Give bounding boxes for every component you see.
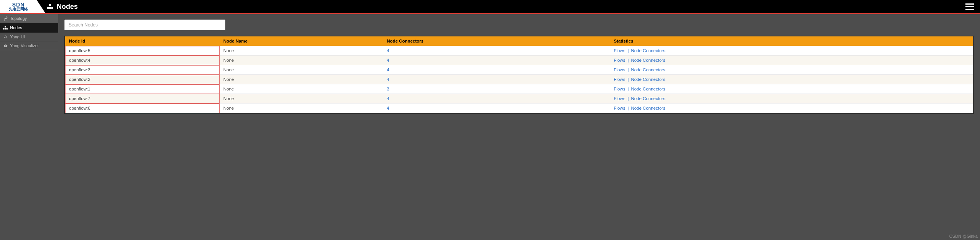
nodes-table-wrap: Node Id Node Name Node Connectors Statis… (64, 36, 974, 114)
sitemap-icon (47, 4, 54, 9)
flows-link[interactable]: Flows (614, 96, 625, 101)
cell-node-name: None (220, 84, 383, 94)
table-row: openflow:7None4Flows|Node Connectors (65, 94, 973, 104)
sitemap-icon (3, 25, 8, 30)
separator: | (627, 58, 629, 62)
connectors-link[interactable]: 4 (387, 48, 389, 53)
connectors-link[interactable]: 4 (387, 96, 389, 101)
cell-node-id: openflow:3 (65, 65, 220, 75)
cell-statistics: Flows|Node Connectors (610, 46, 973, 56)
cell-node-connectors: 3 (383, 84, 610, 94)
col-header-node-connectors[interactable]: Node Connectors (383, 36, 610, 46)
nodes-table: Node Id Node Name Node Connectors Statis… (65, 36, 973, 113)
node-connectors-link[interactable]: Node Connectors (631, 77, 665, 82)
logo-top-text: SDN (12, 2, 25, 7)
separator: | (627, 77, 629, 82)
connectors-link[interactable]: 3 (387, 87, 389, 91)
cell-node-id: openflow:2 (65, 75, 220, 84)
cell-node-connectors: 4 (383, 46, 610, 56)
search-wrap (64, 20, 974, 30)
cell-node-connectors: 4 (383, 56, 610, 65)
col-header-node-id[interactable]: Node Id (65, 36, 220, 46)
connectors-link[interactable]: 4 (387, 77, 389, 82)
search-input[interactable] (64, 20, 225, 30)
cell-node-name: None (220, 56, 383, 65)
cell-node-id: openflow:1 (65, 84, 220, 94)
cell-statistics: Flows|Node Connectors (610, 75, 973, 84)
separator: | (627, 67, 629, 72)
flows-link[interactable]: Flows (614, 77, 625, 82)
cell-node-connectors: 4 (383, 104, 610, 113)
connectors-link[interactable]: 4 (387, 67, 389, 72)
table-row: openflow:4None4Flows|Node Connectors (65, 56, 973, 65)
sidebar-item-label: Topology (10, 16, 27, 21)
cell-node-name: None (220, 65, 383, 75)
cell-node-name: None (220, 46, 383, 56)
cell-node-name: None (220, 75, 383, 84)
cell-statistics: Flows|Node Connectors (610, 104, 973, 113)
node-connectors-link[interactable]: Node Connectors (631, 67, 665, 72)
cell-node-name: None (220, 104, 383, 113)
cell-statistics: Flows|Node Connectors (610, 94, 973, 104)
logo-divider (37, 0, 45, 13)
connectors-link[interactable]: 4 (387, 106, 389, 110)
cell-node-id: openflow:7 (65, 94, 220, 104)
cell-node-id: openflow:6 (65, 104, 220, 113)
cell-node-connectors: 4 (383, 75, 610, 84)
main-content: Node Id Node Name Node Connectors Statis… (58, 14, 980, 240)
col-header-node-name[interactable]: Node Name (220, 36, 383, 46)
cell-node-id: openflow:5 (65, 46, 220, 56)
cell-statistics: Flows|Node Connectors (610, 84, 973, 94)
sidebar-item-label: Yang Visualizer (10, 43, 39, 48)
table-row: openflow:5None4Flows|Node Connectors (65, 46, 973, 56)
brand-logo[interactable]: SDN 先电云网络 (0, 0, 37, 13)
flows-link[interactable]: Flows (614, 58, 625, 62)
logo-bottom-text: 先电云网络 (9, 7, 28, 11)
sidebar-item-nodes[interactable]: Nodes (0, 23, 58, 33)
cell-statistics: Flows|Node Connectors (610, 56, 973, 65)
sidebar-item-yang-ui[interactable]: Yang UI (0, 33, 58, 41)
flows-link[interactable]: Flows (614, 87, 625, 91)
sidebar-item-topology[interactable]: Topology (0, 14, 58, 23)
page-title: Nodes (57, 3, 78, 11)
table-row: openflow:3None4Flows|Node Connectors (65, 65, 973, 75)
top-bar: SDN 先电云网络 Nodes (0, 0, 980, 13)
link-icon (3, 16, 8, 21)
table-row: openflow:2None4Flows|Node Connectors (65, 75, 973, 84)
separator: | (627, 87, 629, 91)
col-header-statistics[interactable]: Statistics (610, 36, 973, 46)
cell-statistics: Flows|Node Connectors (610, 65, 973, 75)
flows-link[interactable]: Flows (614, 106, 625, 110)
sidebar-item-label: Yang UI (10, 35, 25, 39)
table-row: openflow:6None4Flows|Node Connectors (65, 104, 973, 113)
cell-node-id: openflow:4 (65, 56, 220, 65)
connectors-link[interactable]: 4 (387, 58, 389, 62)
sidebar: Topology Nodes Yang UI Yang Visualizer (0, 14, 58, 240)
cell-node-name: None (220, 94, 383, 104)
refresh-icon (3, 35, 8, 39)
table-row: openflow:1None3Flows|Node Connectors (65, 84, 973, 94)
flows-link[interactable]: Flows (614, 48, 625, 53)
cell-node-connectors: 4 (383, 65, 610, 75)
node-connectors-link[interactable]: Node Connectors (631, 106, 665, 110)
sidebar-item-yang-visualizer[interactable]: Yang Visualizer (0, 41, 58, 50)
page-title-wrap: Nodes (47, 3, 78, 11)
hamburger-menu-button[interactable] (963, 1, 976, 12)
separator: | (627, 106, 629, 110)
node-connectors-link[interactable]: Node Connectors (631, 96, 665, 101)
cell-node-connectors: 4 (383, 94, 610, 104)
eye-icon (3, 44, 8, 48)
flows-link[interactable]: Flows (614, 67, 625, 72)
separator: | (627, 96, 629, 101)
sidebar-item-label: Nodes (10, 25, 22, 30)
node-connectors-link[interactable]: Node Connectors (631, 87, 665, 91)
node-connectors-link[interactable]: Node Connectors (631, 58, 665, 62)
separator: | (627, 48, 629, 53)
node-connectors-link[interactable]: Node Connectors (631, 48, 665, 53)
